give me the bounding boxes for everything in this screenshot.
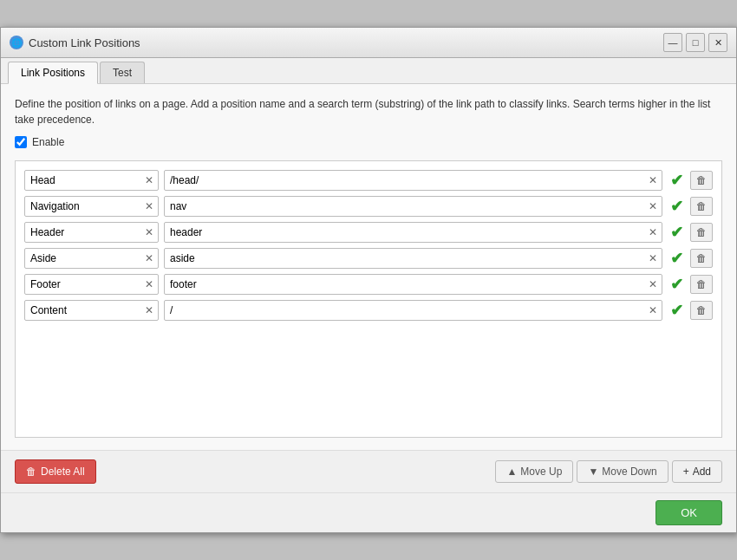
clear-name-button[interactable]: ✕ (140, 251, 158, 265)
clear-value-button[interactable]: ✕ (644, 173, 662, 187)
bottom-bar: 🗑 Delete All ▲ Move Up ▼ Move Down + Add (1, 450, 736, 492)
close-button[interactable]: ✕ (708, 33, 727, 52)
window-title: Custom Link Positions (29, 36, 140, 49)
add-label: Add (693, 466, 711, 478)
table-row: ✕ ✕ ✔ 🗑 (24, 196, 713, 217)
move-down-button[interactable]: ▼ Move Down (577, 460, 668, 483)
title-bar-left: 🌐 Custom Link Positions (10, 36, 140, 49)
entry-name-input[interactable] (25, 275, 140, 294)
entry-value-input[interactable] (165, 171, 644, 190)
entry-value-wrap: ✕ (164, 274, 662, 295)
table-row: ✕ ✕ ✔ 🗑 (24, 248, 713, 269)
tab-link-positions[interactable]: Link Positions (8, 62, 98, 84)
clear-value-button[interactable]: ✕ (644, 225, 662, 239)
table-row: ✕ ✕ ✔ 🗑 (24, 170, 713, 191)
clear-value-button[interactable]: ✕ (644, 277, 662, 291)
entry-value-wrap: ✕ (164, 222, 662, 243)
entry-name-wrap: ✕ (24, 222, 159, 243)
arrow-up-icon: ▲ (506, 466, 517, 478)
clear-name-button[interactable]: ✕ (140, 277, 158, 291)
plus-icon: + (683, 466, 689, 478)
delete-row-button[interactable]: 🗑 (690, 171, 713, 190)
entry-name-wrap: ✕ (24, 196, 159, 217)
entries-container: ✕ ✕ ✔ 🗑 ✕ ✕ ✔ 🗑 (15, 160, 722, 438)
clear-name-button[interactable]: ✕ (140, 303, 158, 317)
enable-row: Enable (15, 136, 722, 148)
description-text: Define the position of links on a page. … (15, 96, 722, 127)
check-icon: ✔ (668, 197, 685, 216)
delete-row-button[interactable]: 🗑 (690, 275, 713, 294)
entry-name-input[interactable] (25, 197, 140, 216)
move-down-label: Move Down (602, 466, 656, 478)
entry-value-input[interactable] (165, 249, 644, 268)
delete-row-button[interactable]: 🗑 (690, 249, 713, 268)
clear-value-button[interactable]: ✕ (644, 251, 662, 265)
entry-name-input[interactable] (25, 171, 140, 190)
move-up-label: Move Up (520, 466, 562, 478)
content-area: Define the position of links on a page. … (1, 84, 736, 450)
delete-row-button[interactable]: 🗑 (690, 197, 713, 216)
title-bar-controls: — □ ✕ (663, 33, 727, 52)
arrow-down-icon: ▼ (588, 466, 598, 478)
clear-value-button[interactable]: ✕ (644, 303, 662, 317)
entry-value-input[interactable] (165, 223, 644, 242)
entry-name-wrap: ✕ (24, 170, 159, 191)
add-button[interactable]: + Add (672, 460, 722, 483)
entry-value-wrap: ✕ (164, 196, 662, 217)
delete-all-button[interactable]: 🗑 Delete All (15, 459, 96, 484)
delete-row-button[interactable]: 🗑 (690, 223, 713, 242)
delete-all-label: Delete All (41, 466, 85, 478)
clear-name-button[interactable]: ✕ (140, 199, 158, 213)
table-row: ✕ ✕ ✔ 🗑 (24, 300, 713, 321)
table-row: ✕ ✕ ✔ 🗑 (24, 222, 713, 243)
entry-name-input[interactable] (25, 223, 140, 242)
check-icon: ✔ (668, 249, 685, 268)
entry-value-wrap: ✕ (164, 248, 662, 269)
footer-bar: OK (1, 492, 736, 532)
check-icon: ✔ (668, 223, 685, 242)
check-icon: ✔ (668, 301, 685, 320)
check-icon: ✔ (668, 275, 685, 294)
window-icon: 🌐 (10, 36, 23, 49)
entry-value-wrap: ✕ (164, 300, 662, 321)
entry-name-wrap: ✕ (24, 300, 159, 321)
clear-value-button[interactable]: ✕ (644, 199, 662, 213)
entry-value-input[interactable] (165, 275, 644, 294)
tabs-bar: Link Positions Test (1, 58, 736, 84)
move-up-button[interactable]: ▲ Move Up (495, 460, 573, 483)
tab-test[interactable]: Test (100, 62, 145, 83)
entry-value-input[interactable] (165, 197, 644, 216)
enable-checkbox[interactable] (15, 136, 27, 148)
maximize-button[interactable]: □ (686, 33, 705, 52)
main-window: 🌐 Custom Link Positions — □ ✕ Link Posit… (0, 27, 737, 533)
entry-name-input[interactable] (25, 301, 140, 320)
clear-name-button[interactable]: ✕ (140, 173, 158, 187)
entry-name-input[interactable] (25, 249, 140, 268)
entry-name-wrap: ✕ (24, 248, 159, 269)
check-icon: ✔ (668, 171, 685, 190)
nav-buttons: ▲ Move Up ▼ Move Down + Add (495, 460, 722, 483)
minimize-button[interactable]: — (663, 33, 682, 52)
entry-value-wrap: ✕ (164, 170, 662, 191)
title-bar: 🌐 Custom Link Positions — □ ✕ (1, 28, 736, 58)
clear-name-button[interactable]: ✕ (140, 225, 158, 239)
entry-value-input[interactable] (165, 301, 644, 320)
table-row: ✕ ✕ ✔ 🗑 (24, 274, 713, 295)
entry-name-wrap: ✕ (24, 274, 159, 295)
ok-button[interactable]: OK (655, 500, 722, 525)
enable-label[interactable]: Enable (32, 136, 64, 148)
trash-icon: 🗑 (26, 466, 36, 478)
delete-row-button[interactable]: 🗑 (690, 301, 713, 320)
